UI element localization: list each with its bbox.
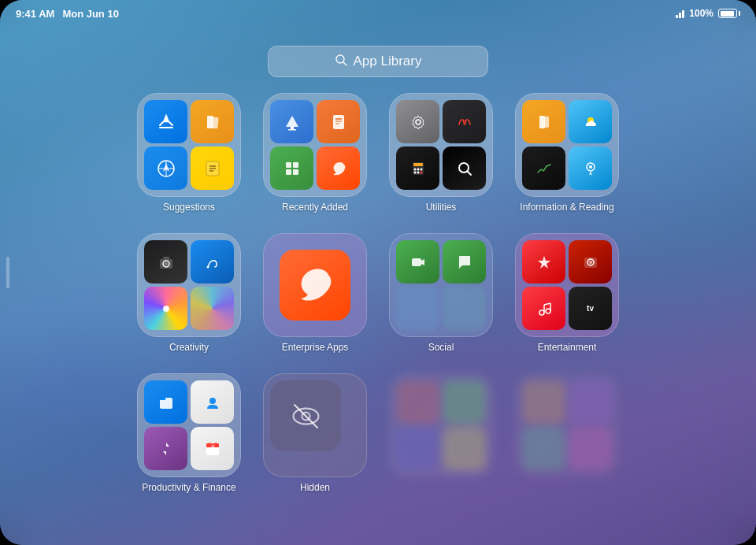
folder-suggestions-container xyxy=(137,93,241,197)
svg-point-46 xyxy=(165,307,168,310)
svg-marker-48 xyxy=(421,259,424,265)
mini-icon-messages xyxy=(443,240,486,284)
folder-productivity-finance[interactable]: 10 Productivity & Finance xyxy=(134,373,244,499)
folder-information-reading[interactable]: Information & Reading xyxy=(512,93,622,219)
svg-line-34 xyxy=(467,171,471,175)
svg-point-54 xyxy=(546,309,550,313)
mini-icon-keynote xyxy=(270,100,313,143)
folder-entertainment[interactable]: tv Entertainment xyxy=(512,233,622,359)
folder-productivity-finance-label: Productivity & Finance xyxy=(142,482,235,493)
svg-point-53 xyxy=(539,310,544,315)
mini-icon-magnifier xyxy=(443,146,486,190)
svg-rect-23 xyxy=(293,169,298,175)
mini-icon-numbers xyxy=(270,146,313,190)
mini-icon-contacts xyxy=(191,380,234,424)
folder-entertainment-container: tv xyxy=(515,233,619,337)
svg-point-42 xyxy=(165,262,168,265)
time: 9:41 AM xyxy=(16,8,54,20)
date: Mon Jun 10 xyxy=(62,8,119,20)
folder-creativity-label: Creativity xyxy=(169,342,209,353)
svg-rect-20 xyxy=(286,162,291,168)
folder-utilities[interactable]: Utilities xyxy=(386,93,496,219)
mini-icon-hidden xyxy=(270,380,341,451)
svg-point-44 xyxy=(206,265,209,268)
mini-icon-findmy xyxy=(569,146,612,190)
mini-icon-freeform xyxy=(191,240,234,284)
wifi-icon xyxy=(676,9,684,18)
folder-blurred-1 xyxy=(386,373,496,499)
side-handle xyxy=(6,257,9,288)
folder-social-label: Social xyxy=(428,342,454,353)
svg-point-30 xyxy=(413,171,416,173)
mini-icon-entertainment-star xyxy=(522,240,565,284)
svg-point-52 xyxy=(589,261,592,264)
mini-icon-photos xyxy=(144,287,187,330)
status-left: 9:41 AM Mon Jun 10 xyxy=(16,8,119,20)
mini-icon-camera xyxy=(144,240,187,284)
folder-productivity-finance-container: 10 xyxy=(137,373,241,477)
folder-enterprise-apps[interactable]: Enterprise Apps xyxy=(260,233,370,359)
svg-point-29 xyxy=(420,168,422,170)
svg-rect-14 xyxy=(291,127,294,129)
svg-rect-21 xyxy=(293,162,298,168)
svg-rect-26 xyxy=(413,163,423,166)
mini-icon-stocks xyxy=(522,146,565,190)
svg-point-39 xyxy=(589,165,592,169)
folder-enterprise-apps-label: Enterprise Apps xyxy=(282,342,349,353)
mini-icon-enterprise-swift xyxy=(280,250,350,321)
mini-icon-appstore xyxy=(144,100,187,143)
folder-recently-added-container xyxy=(263,93,367,197)
folder-creativity-container xyxy=(137,233,241,337)
folder-blurred-1-container xyxy=(389,373,493,477)
mini-icon-calendar: 10 xyxy=(191,427,234,470)
svg-rect-16 xyxy=(333,115,344,129)
svg-marker-49 xyxy=(538,256,550,269)
battery-pct: 100% xyxy=(689,8,713,19)
svg-point-24 xyxy=(416,120,421,124)
folder-social-container xyxy=(389,233,493,337)
search-bar[interactable]: App Library xyxy=(268,46,488,77)
mini-icon-facetime xyxy=(396,240,439,284)
ipad-frame: 9:41 AM Mon Jun 10 100% App Library xyxy=(0,0,756,545)
mini-icon-books xyxy=(191,100,234,143)
mini-icon-photobooth xyxy=(569,240,612,284)
svg-point-31 xyxy=(417,171,419,173)
mini-icon-swift xyxy=(317,146,360,190)
mini-icon-notes xyxy=(191,146,234,190)
folder-hidden-label: Hidden xyxy=(300,482,330,493)
folder-hidden[interactable]: Hidden xyxy=(260,373,370,499)
folder-entertainment-label: Entertainment xyxy=(538,342,597,353)
folder-recently-added[interactable]: Recently Added xyxy=(260,93,370,219)
status-right: 100% xyxy=(676,8,740,19)
svg-text:10: 10 xyxy=(211,444,215,448)
mini-icon-settings xyxy=(396,100,439,143)
folder-blurred-2-container xyxy=(515,373,619,477)
status-bar: 9:41 AM Mon Jun 10 100% xyxy=(0,0,756,22)
folder-creativity[interactable]: Creativity xyxy=(134,233,244,359)
svg-marker-13 xyxy=(286,116,298,127)
folder-enterprise-apps-container xyxy=(263,233,367,337)
svg-rect-47 xyxy=(412,258,421,266)
folder-suggestions[interactable]: Suggestions xyxy=(134,93,244,219)
svg-line-57 xyxy=(544,303,550,305)
mini-icon-calculator xyxy=(396,146,439,190)
folder-suggestions-label: Suggestions xyxy=(163,202,215,213)
mini-icon-safari xyxy=(144,146,187,190)
mini-icon-weather xyxy=(569,100,612,143)
folder-utilities-label: Utilities xyxy=(426,202,457,213)
folder-blurred-2 xyxy=(512,373,622,499)
folder-information-reading-container xyxy=(515,93,619,197)
folder-social[interactable]: Social xyxy=(386,233,496,359)
battery-indicator xyxy=(718,9,740,18)
svg-point-27 xyxy=(413,168,416,170)
mini-icon-files xyxy=(144,380,187,424)
mini-icon-shortcuts xyxy=(144,427,187,470)
search-icon xyxy=(335,54,347,69)
svg-rect-35 xyxy=(539,116,545,128)
svg-point-60 xyxy=(209,398,216,404)
search-placeholder: App Library xyxy=(354,54,422,69)
svg-rect-15 xyxy=(288,129,296,131)
svg-rect-43 xyxy=(163,257,169,259)
mini-icon-photos2 xyxy=(191,287,234,330)
folder-recently-added-label: Recently Added xyxy=(282,202,348,213)
